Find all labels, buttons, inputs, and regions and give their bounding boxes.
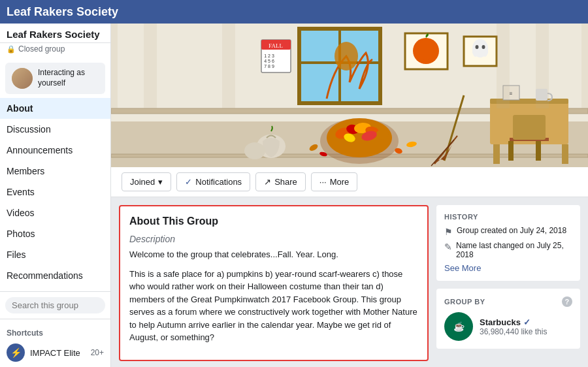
sidebar-item-members[interactable]: Members xyxy=(0,161,110,182)
user-interacting-label: Interacting as yourself xyxy=(38,68,99,88)
top-bar: Leaf Rakers Society xyxy=(0,0,588,24)
check-icon: ✓ xyxy=(185,177,192,187)
svg-text:☕: ☕ xyxy=(453,321,465,332)
shortcuts-label: Shortcuts xyxy=(0,325,110,340)
svg-rect-47 xyxy=(508,141,514,161)
lock-icon: 🔒 xyxy=(7,45,16,54)
svg-text:FALL: FALL xyxy=(269,42,283,49)
sidebar-item-files[interactable]: Files xyxy=(0,244,110,265)
joined-label: Joined xyxy=(130,177,155,187)
group-cover: FALL 1 2 3 4 5 6 7 8 9 xyxy=(111,24,588,167)
sidebar-item-recommendations[interactable]: Recommendations xyxy=(0,265,110,286)
sidebar-group-title: Leaf Rakers Society xyxy=(0,24,110,43)
joined-button[interactable]: Joined ▾ xyxy=(122,172,171,191)
more-label: More xyxy=(330,177,350,187)
main-layout: Leaf Rakers Society 🔒 Closed group Inter… xyxy=(0,24,588,367)
sidebar-item-events[interactable]: Events xyxy=(0,182,110,202)
svg-text:4  5  6: 4 5 6 xyxy=(264,59,274,63)
content-area: FALL 1 2 3 4 5 6 7 8 9 xyxy=(111,24,588,367)
svg-rect-46 xyxy=(513,115,546,140)
svg-rect-41 xyxy=(562,144,568,164)
shortcut-item-impact[interactable]: ⚡ IMPACT Elite 20+ xyxy=(0,340,110,365)
brand-row[interactable]: ☕ Starbucks ✓ 36,980,440 like this xyxy=(444,312,572,341)
verified-icon: ✓ xyxy=(523,317,531,327)
sidebar-divider xyxy=(0,291,110,292)
user-info-block[interactable]: Interacting as yourself xyxy=(5,63,105,94)
svg-point-9 xyxy=(335,42,358,71)
history-created-text: Group created on July 24, 2018 xyxy=(457,226,566,235)
history-item-name-change: ✎ Name last changed on July 25, 2018 xyxy=(444,241,572,259)
sidebar-item-videos[interactable]: Videos xyxy=(0,202,110,223)
group-by-title: GROUP BY ? xyxy=(444,296,572,307)
action-bar: Joined ▾ ✓ Notifications ↗ Share ··· Mor… xyxy=(111,167,588,197)
info-icon[interactable]: ? xyxy=(562,296,572,307)
shortcut-name-impact: IMPACT Elite xyxy=(30,348,88,358)
search-box[interactable]: 🔍 xyxy=(5,297,105,313)
sidebar-item-about[interactable]: About xyxy=(0,98,110,119)
description-label: Description xyxy=(129,234,418,244)
svg-text:1  2  3: 1 2 3 xyxy=(264,54,274,58)
sidebar: Leaf Rakers Society 🔒 Closed group Inter… xyxy=(0,24,111,367)
history-name-change-text: Name last changed on July 25, 2018 xyxy=(456,241,572,259)
search-input[interactable] xyxy=(12,300,111,310)
brand-likes: 36,980,440 like this xyxy=(480,327,547,336)
svg-point-20 xyxy=(476,45,479,49)
share-icon: ↗ xyxy=(264,177,271,187)
flag-icon: ⚑ xyxy=(444,227,453,237)
app-container: Leaf Rakers Society Leaf Rakers Society … xyxy=(0,0,588,367)
more-button[interactable]: ··· More xyxy=(311,172,357,191)
notifications-button[interactable]: ✓ Notifications xyxy=(176,172,250,191)
share-button[interactable]: ↗ Share xyxy=(255,172,306,191)
sidebar-item-announcements[interactable]: Announcements xyxy=(0,140,110,161)
joined-chevron-icon: ▾ xyxy=(158,177,163,187)
about-intro-text: Welcome to the group that celebrates...F… xyxy=(129,248,418,261)
svg-text:≡: ≡ xyxy=(510,91,513,97)
brand-logo: ☕ xyxy=(444,312,473,341)
history-title: HISTORY xyxy=(444,213,572,221)
brand-info: Starbucks ✓ 36,980,440 like this xyxy=(480,317,547,336)
group-by-panel: GROUP BY ? ☕ xyxy=(436,289,580,349)
right-panel: HISTORY ⚑ Group created on July 24, 2018… xyxy=(436,205,580,361)
notifications-label: Notifications xyxy=(195,177,242,187)
about-panel: About This Group Description Welcome to … xyxy=(119,205,429,361)
see-more-link[interactable]: See More xyxy=(444,263,572,273)
edit-icon: ✎ xyxy=(444,242,452,252)
sidebar-item-photos[interactable]: Photos xyxy=(0,223,110,244)
shortcut-icon-impact: ⚡ xyxy=(7,343,25,362)
history-item-created: ⚑ Group created on July 24, 2018 xyxy=(444,226,572,237)
sidebar-item-discussion[interactable]: Discussion xyxy=(0,119,110,140)
more-icon: ··· xyxy=(319,177,327,187)
panels: About This Group Description Welcome to … xyxy=(111,197,588,367)
sidebar-group-type: 🔒 Closed group xyxy=(0,43,110,59)
about-panel-title: About This Group xyxy=(129,215,418,227)
group-title: Leaf Rakers Society xyxy=(7,5,118,19)
history-panel: HISTORY ⚑ Group created on July 24, 2018… xyxy=(436,205,580,281)
svg-rect-48 xyxy=(536,141,541,161)
svg-rect-40 xyxy=(493,144,500,164)
svg-point-36 xyxy=(244,142,265,159)
share-label: Share xyxy=(274,177,297,187)
shortcuts-divider xyxy=(0,319,110,319)
shortcut-count-impact: 20+ xyxy=(91,348,104,357)
avatar xyxy=(12,68,33,89)
brand-name: Starbucks ✓ xyxy=(480,317,547,327)
svg-point-21 xyxy=(482,45,485,49)
svg-text:7  8  9: 7 8 9 xyxy=(264,64,274,69)
about-body-text: This is a safe place for a) pumpkins b) … xyxy=(129,268,418,344)
